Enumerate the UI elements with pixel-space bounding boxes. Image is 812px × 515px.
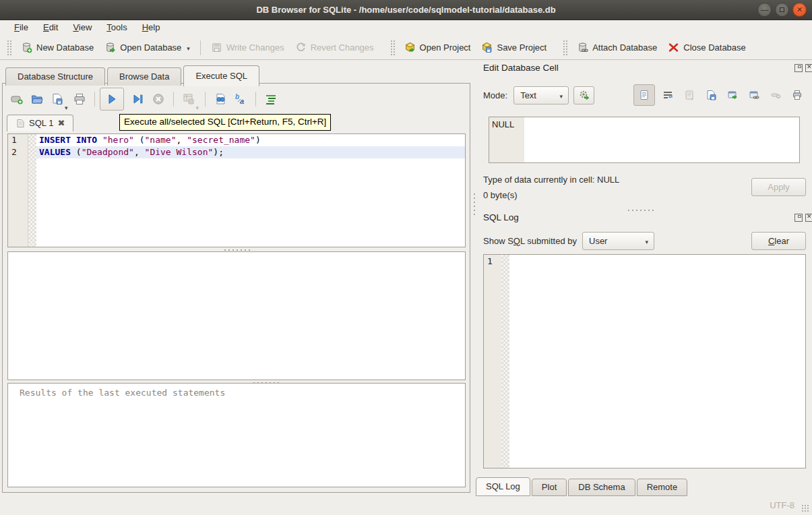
- panel-splitter[interactable]: [472, 192, 476, 218]
- find-button[interactable]: [210, 89, 230, 109]
- edit-cell-dock-title: Edit Database Cell: [483, 63, 559, 73]
- attach-database-button[interactable]: Attach Database: [571, 38, 662, 57]
- minimize-button[interactable]: —: [757, 3, 772, 17]
- dock-tab-db-schema[interactable]: DB Schema: [568, 479, 635, 496]
- editor-line-numbers: 12: [8, 134, 28, 247]
- results-message-box[interactable]: Results of the last executed statements: [7, 383, 466, 487]
- title-bar: DB Browser for SQLite - /home/user/code/…: [0, 0, 812, 20]
- export-cell-data-button[interactable]: [702, 86, 720, 104]
- gear-arrow-icon: [578, 89, 590, 101]
- editor-code-line[interactable]: INSERT INTO "hero" ("name", "secret_name…: [36, 134, 465, 146]
- cell-edit-area[interactable]: [524, 117, 799, 162]
- open-project-icon: [404, 42, 416, 53]
- find-icon: [214, 92, 227, 106]
- sql-doc-tab[interactable]: SQL 1 ✖: [7, 115, 73, 131]
- resize-grip[interactable]: [801, 504, 809, 512]
- window-arrow-icon: [727, 90, 738, 100]
- word-wrap-icon: [662, 90, 673, 100]
- mode-label: Mode:: [483, 90, 507, 100]
- auto-complete-button[interactable]: b a: [230, 89, 251, 109]
- save-sql-dropdown-icon[interactable]: ▾: [65, 104, 68, 113]
- editor-code-area[interactable]: INSERT INTO "hero" ("name", "secret_name…: [36, 134, 465, 247]
- open-database-dropdown-icon[interactable]: ▾: [187, 45, 190, 53]
- toolbar-grip[interactable]: [563, 40, 567, 56]
- log-text-area[interactable]: [509, 255, 805, 468]
- app-window: DB Browser for SQLite - /home/user/code/…: [0, 0, 812, 515]
- clear-log-button[interactable]: Clear: [751, 232, 806, 250]
- close-button[interactable]: ✕: [792, 3, 807, 17]
- dock-tab-plot[interactable]: Plot: [532, 479, 567, 496]
- dock-close-icon[interactable]: [805, 214, 812, 222]
- edit-cell-dock-buttons: [794, 64, 812, 72]
- mode-combobox[interactable]: Text ▾: [513, 86, 569, 104]
- new-database-button[interactable]: New Database: [15, 38, 99, 57]
- execute-line-icon: [131, 92, 145, 106]
- save-project-button[interactable]: Save Project: [476, 38, 552, 57]
- tab-browse-data[interactable]: Browse Data: [107, 67, 181, 86]
- dock-float-inner: [798, 215, 801, 218]
- print-cell-button[interactable]: [788, 86, 806, 104]
- sql-file-icon: [15, 119, 25, 128]
- open-database-label: Open Database: [120, 42, 181, 53]
- auto-switch-mode-button[interactable]: [573, 86, 594, 104]
- window-link-icon: [749, 90, 759, 100]
- auto-complete-icon: b a: [234, 92, 247, 106]
- menu-view[interactable]: View: [65, 21, 99, 36]
- tab-execute-sql[interactable]: Execute SQL: [183, 65, 259, 86]
- menu-edit[interactable]: Edit: [36, 21, 65, 36]
- dock-splitter[interactable]: [627, 208, 654, 212]
- sql-log-filter-combobox[interactable]: User ▾: [582, 232, 654, 250]
- copy-link-button[interactable]: [745, 86, 763, 104]
- attach-database-label: Attach Database: [592, 42, 657, 53]
- dock-float-icon[interactable]: [794, 214, 803, 222]
- open-in-external-button[interactable]: [724, 86, 741, 104]
- open-sql-file-button[interactable]: [27, 89, 47, 109]
- execute-current-line-button[interactable]: [128, 89, 148, 109]
- main-toolbar: New Database Open Database ▾ Write Chang…: [0, 36, 812, 60]
- save-results-dropdown-icon: ▾: [196, 104, 199, 113]
- set-null-button: [767, 86, 784, 104]
- export-file-icon: [706, 90, 716, 100]
- stop-sql-button: [148, 89, 168, 109]
- save-project-icon: [481, 42, 493, 53]
- close-database-button[interactable]: Close Database: [662, 38, 751, 57]
- print-sql-button[interactable]: [69, 89, 90, 109]
- editor-fold-margin: [28, 134, 36, 247]
- editor-code-line[interactable]: VALUES ("Deadpond", "Dive Wilson");: [36, 146, 465, 158]
- tab-database-structure[interactable]: Database Structure: [5, 67, 105, 86]
- new-database-icon: [21, 42, 32, 53]
- open-project-button[interactable]: Open Project: [399, 38, 476, 57]
- sql-doc-tab-bar: SQL 1 ✖: [7, 115, 73, 131]
- sql-log-dock-buttons: [794, 214, 812, 222]
- open-sql-file-icon: [30, 92, 44, 106]
- attach-database-icon: [577, 42, 588, 53]
- maximize-button[interactable]: [775, 3, 789, 17]
- menu-tools[interactable]: Tools: [99, 21, 134, 36]
- open-database-button[interactable]: Open Database ▾: [99, 38, 195, 57]
- sql-editor[interactable]: 12 INSERT INTO "hero" ("name", "secret_n…: [7, 133, 466, 247]
- toolbar-grip[interactable]: [7, 40, 11, 56]
- execute-icon: [105, 92, 119, 106]
- menu-file[interactable]: File: [7, 21, 36, 36]
- format-sql-button[interactable]: [261, 89, 281, 109]
- toolbar-grip[interactable]: [390, 40, 395, 56]
- close-sql-tab-icon[interactable]: ✖: [57, 118, 65, 128]
- new-sql-tab-button[interactable]: [7, 89, 27, 109]
- execute-sql-button[interactable]: [100, 88, 124, 111]
- text-mode-toggle-button[interactable]: [633, 84, 655, 106]
- main-tab-bar: Database Structure Browse Data Execute S…: [5, 65, 261, 86]
- revert-changes-button: Revert Changes: [290, 38, 379, 57]
- word-wrap-button[interactable]: [659, 86, 677, 104]
- save-project-label: Save Project: [497, 42, 546, 53]
- dock-tab-remote[interactable]: Remote: [637, 479, 688, 496]
- sql-log-output[interactable]: 1: [483, 254, 806, 468]
- dock-close-icon[interactable]: [805, 64, 812, 72]
- dock-float-icon[interactable]: [794, 64, 803, 72]
- import-file-icon: [684, 90, 695, 100]
- cell-value-editor[interactable]: NULL: [489, 117, 800, 163]
- sql-toolbar-separator: [205, 92, 206, 107]
- dock-tab-sql-log[interactable]: SQL Log: [476, 477, 530, 496]
- results-grid[interactable]: [7, 251, 466, 380]
- maximize-icon: [780, 7, 784, 12]
- menu-help[interactable]: Help: [135, 21, 168, 36]
